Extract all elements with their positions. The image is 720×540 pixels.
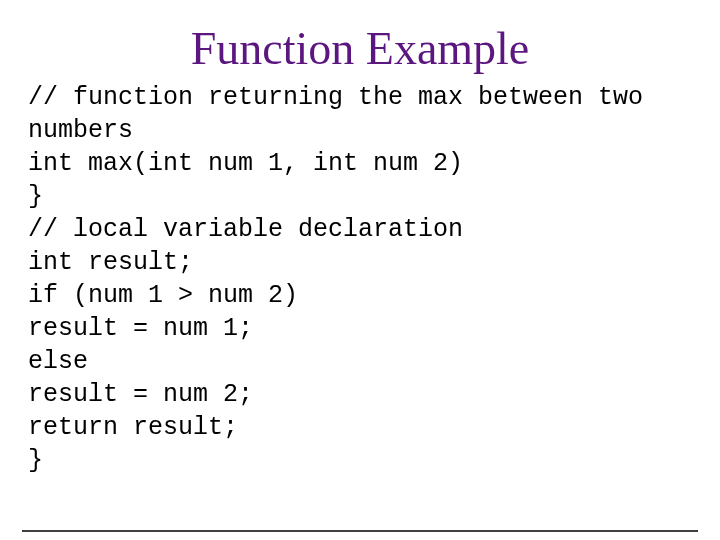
footer-rule xyxy=(22,530,698,532)
slide: Function Example // function returning t… xyxy=(0,22,720,540)
slide-title: Function Example xyxy=(0,22,720,75)
code-block: // function returning the max between tw… xyxy=(28,81,692,477)
